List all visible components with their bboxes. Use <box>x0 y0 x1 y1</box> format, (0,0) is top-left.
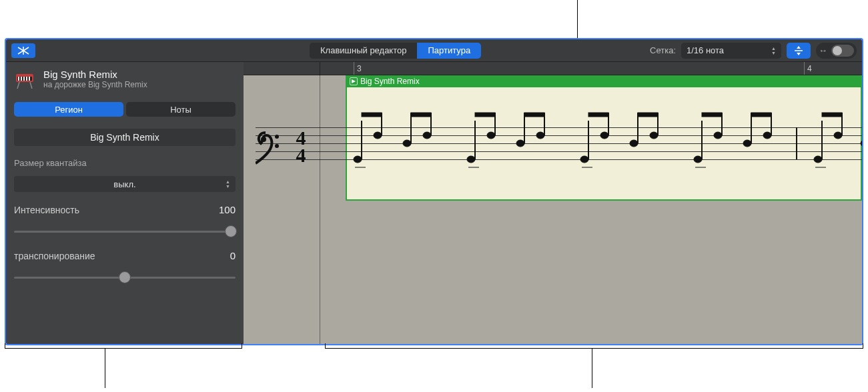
svg-point-14 <box>374 132 382 139</box>
vertical-auto-zoom-button[interactable] <box>787 43 811 59</box>
select-arrows-icon: ▲▼ <box>771 46 776 55</box>
svg-rect-49 <box>702 113 722 117</box>
region-header[interactable]: Big Synth Remix <box>346 75 862 87</box>
select-arrows-icon: ▲▼ <box>226 179 230 189</box>
svg-point-12 <box>354 156 362 163</box>
score-canvas[interactable]: 4 4 <box>244 87 862 201</box>
svg-point-8 <box>275 135 279 139</box>
playhead[interactable] <box>320 62 320 344</box>
svg-point-29 <box>516 140 524 147</box>
svg-rect-55 <box>751 113 771 117</box>
callout-line-top <box>577 0 578 38</box>
svg-rect-5 <box>26 77 27 81</box>
svg-rect-22 <box>411 113 431 117</box>
svg-point-45 <box>694 156 702 163</box>
slider-thumb[interactable] <box>119 271 131 283</box>
toggle-switch[interactable] <box>831 45 854 57</box>
inspector-icon <box>17 46 30 55</box>
tab-score[interactable]: Партитура <box>417 43 481 59</box>
svg-point-59 <box>834 132 842 139</box>
slider-thumb[interactable] <box>225 225 237 237</box>
transpose-label: транспонирование <box>14 251 95 261</box>
svg-point-7 <box>261 137 266 142</box>
vertical-zoom-icon <box>793 45 805 57</box>
track-header: Big Synth Remix на дорожке Big Synth Rem… <box>14 69 236 91</box>
svg-point-9 <box>275 144 279 148</box>
inspector-tabs: Регион Ноты <box>14 102 236 117</box>
svg-rect-2 <box>18 77 19 81</box>
ruler-tick-4: 4 <box>804 62 812 75</box>
svg-text:4: 4 <box>296 144 306 166</box>
toolbar: Клавишный редактор Партитура Сетка: 1/16… <box>6 39 862 62</box>
svg-point-47 <box>714 132 722 139</box>
track-title: Big Synth Remix <box>43 69 147 80</box>
toggle-knob <box>833 46 842 55</box>
ruler-tick-3: 3 <box>354 62 362 75</box>
intensity-slider[interactable] <box>14 225 236 238</box>
tab-notes[interactable]: Ноты <box>126 102 236 117</box>
svg-point-51 <box>743 140 751 147</box>
slider-track <box>14 231 236 233</box>
transpose-slider[interactable] <box>14 271 236 284</box>
catch-playhead-toggle[interactable]: ↔ <box>816 43 857 59</box>
svg-rect-3 <box>21 77 22 81</box>
empty-score-area <box>244 201 862 344</box>
intensity-label: Интенсивность <box>14 205 79 215</box>
intensity-row: Интенсивность 100 <box>14 204 236 215</box>
instrument-icon <box>14 69 37 91</box>
svg-point-53 <box>763 132 771 139</box>
tab-piano-roll[interactable]: Клавишный редактор <box>310 43 417 59</box>
quantize-value: выкл. <box>113 179 135 189</box>
track-subtitle: на дорожке Big Synth Remix <box>43 80 147 89</box>
svg-rect-16 <box>362 113 382 117</box>
svg-rect-6 <box>29 77 30 81</box>
grid-label: Сетка: <box>650 45 676 55</box>
grid-select-value: 1/16 нота <box>687 45 724 55</box>
inspector-panel: Big Synth Remix на дорожке Big Synth Rem… <box>6 62 244 344</box>
score-editor-window: Клавишный редактор Партитура Сетка: 1/16… <box>5 38 863 345</box>
region-name: Big Synth Remix <box>360 77 420 86</box>
svg-point-20 <box>423 132 431 139</box>
svg-point-31 <box>536 132 544 139</box>
time-ruler[interactable]: 3 4 <box>244 62 862 75</box>
editor-body: Big Synth Remix на дорожке Big Synth Rem… <box>6 62 862 344</box>
svg-point-34 <box>580 156 588 163</box>
svg-point-18 <box>403 140 411 147</box>
region-loop-icon <box>350 77 358 85</box>
svg-rect-33 <box>524 113 544 117</box>
quantize-label: Размер квантайза <box>14 158 236 168</box>
svg-point-42 <box>650 132 658 139</box>
svg-rect-44 <box>638 113 658 117</box>
quantize-select[interactable]: выкл. ▲▼ <box>14 176 236 192</box>
inspector-toggle-button[interactable] <box>11 43 35 58</box>
svg-point-23 <box>467 156 475 163</box>
svg-rect-61 <box>822 113 842 117</box>
clef-and-timesig: 4 4 <box>256 127 336 167</box>
intensity-value[interactable]: 100 <box>219 204 236 215</box>
svg-point-36 <box>600 132 608 139</box>
svg-rect-4 <box>23 77 25 81</box>
svg-rect-38 <box>588 113 608 117</box>
svg-point-25 <box>487 132 495 139</box>
tab-region[interactable]: Регион <box>14 102 123 117</box>
editor-view-segmented-control: Клавишный редактор Партитура <box>310 43 481 59</box>
notes <box>346 87 862 201</box>
score-area: 3 4 Big Synth Remix <box>244 62 862 344</box>
grid-select[interactable]: 1/16 нота ▲▼ <box>681 43 781 59</box>
svg-point-57 <box>814 156 822 163</box>
svg-point-40 <box>630 140 638 147</box>
region-name-field[interactable]: Big Synth Remix <box>14 129 236 146</box>
horizontal-arrows-icon: ↔ <box>819 45 827 55</box>
svg-point-63 <box>861 140 862 147</box>
svg-rect-27 <box>475 113 495 117</box>
transpose-row: транспонирование 0 <box>14 250 236 261</box>
transpose-value[interactable]: 0 <box>230 250 236 261</box>
